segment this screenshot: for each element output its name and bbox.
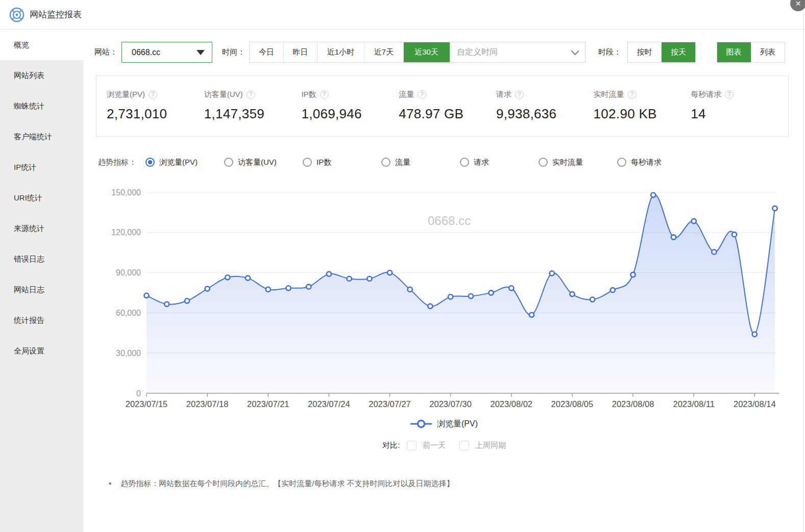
view-toggle-group: 图表列表	[717, 42, 785, 63]
app-window: 网站监控报表 ✕ 概览网站列表蜘蛛统计客户端统计IP统计URI统计来源统计错误日…	[0, 0, 805, 532]
radio-icon[interactable]	[539, 158, 548, 167]
trend-option-label: 流量	[395, 158, 410, 167]
sidebar-item-错误日志[interactable]: 错误日志	[0, 244, 83, 274]
time-button-近1小时[interactable]: 近1小时	[318, 42, 364, 62]
caret-down-icon	[197, 50, 205, 55]
svg-text:30,000: 30,000	[116, 349, 141, 358]
trend-radio-请求[interactable]: 请求	[460, 158, 539, 167]
radio-icon[interactable]	[617, 158, 626, 167]
stat-label: 流量?	[399, 89, 496, 99]
period-group: 按时按天	[627, 42, 696, 63]
time-range-group: 今日昨日近1小时近7天近30天自定义时间	[249, 42, 586, 63]
site-select[interactable]: 0668.cc	[121, 42, 212, 63]
compare-option-前一天[interactable]: 前一天	[407, 441, 446, 450]
trend-option-label: 每秒请求	[631, 158, 662, 167]
radio-icon[interactable]	[303, 158, 312, 167]
svg-text:90,000: 90,000	[116, 268, 141, 277]
svg-text:2023/07/18: 2023/07/18	[186, 399, 229, 409]
site-select-value: 0668.cc	[132, 48, 160, 57]
stats-summary-panel: 浏览量(PV)?2,731,010访客量(UV)?1,147,359IP数?1,…	[96, 75, 789, 137]
help-icon[interactable]: ?	[628, 90, 637, 99]
help-icon[interactable]: ?	[247, 90, 255, 99]
chart-legend[interactable]: 浏览量(PV)	[83, 417, 805, 431]
stat-label: 访客量(UV)?	[204, 89, 302, 99]
trend-radio-实时流量[interactable]: 实时流量	[539, 158, 617, 167]
svg-text:2023/07/21: 2023/07/21	[247, 399, 289, 409]
radio-icon[interactable]	[145, 158, 155, 167]
sidebar-item-概览[interactable]: 概览	[0, 30, 83, 60]
trend-option-label: IP数	[316, 158, 331, 167]
sidebar-item-蜘蛛统计[interactable]: 蜘蛛统计	[0, 91, 83, 121]
sidebar-item-全局设置[interactable]: 全局设置	[0, 336, 83, 366]
help-icon[interactable]: ?	[725, 90, 734, 99]
svg-text:2023/07/24: 2023/07/24	[308, 399, 350, 409]
monitor-logo-icon	[9, 7, 25, 23]
sidebar-item-客户端统计[interactable]: 客户端统计	[0, 121, 83, 152]
stat-card-实时流量: 实时流量?102.90 KB	[594, 89, 691, 136]
help-icon[interactable]: ?	[515, 90, 524, 99]
stat-label: 每秒请求?	[691, 89, 788, 99]
stat-card-访客量(UV): 访客量(UV)?1,147,359	[204, 89, 302, 136]
top-header: 网站监控报表 ✕	[0, 0, 805, 30]
chevron-down-icon	[571, 47, 579, 56]
trend-radio-浏览量(PV)[interactable]: 浏览量(PV)	[145, 158, 224, 167]
stat-card-每秒请求: 每秒请求?14	[691, 89, 788, 136]
time-button-昨日[interactable]: 昨日	[284, 42, 318, 62]
time-button-近30天[interactable]: 近30天	[404, 42, 450, 62]
time-label: 时间：	[222, 47, 245, 57]
help-icon[interactable]: ?	[149, 90, 157, 99]
line-chart-canvas[interactable]: 030,00060,00090,000120,000150,0000668.cc…	[92, 186, 789, 409]
trend-options: 浏览量(PV)访客量(UV)IP数流量请求实时流量每秒请求	[145, 158, 696, 167]
svg-text:2023/08/11: 2023/08/11	[673, 399, 714, 409]
sidebar-item-统计报告[interactable]: 统计报告	[0, 305, 83, 336]
checkbox-icon[interactable]	[459, 441, 469, 450]
compare-option-label: 上周同期	[475, 441, 506, 450]
svg-text:60,000: 60,000	[116, 309, 141, 317]
compare-option-label: 前一天	[423, 441, 446, 450]
footnote-text: 趋势指标：网站数据在每个时间段内的总汇。【实时流量/每秒请求 不支持时间比对以及…	[120, 477, 454, 490]
period-button-按时[interactable]: 按时	[628, 42, 662, 62]
stat-label-text: 实时流量	[594, 90, 624, 99]
sidebar-item-IP统计[interactable]: IP统计	[0, 152, 83, 183]
trend-metric-row: 趋势指标： 浏览量(PV)访客量(UV)IP数流量请求实时流量每秒请求	[98, 155, 805, 169]
radio-icon[interactable]	[460, 158, 469, 167]
filter-toolbar: 网站： 0668.cc 时间： 今日昨日近1小时近7天近30天自定义时间 时段：…	[94, 42, 805, 63]
time-button-近7天[interactable]: 近7天	[364, 42, 404, 62]
sidebar-item-网站日志[interactable]: 网站日志	[0, 274, 83, 305]
stat-label: 浏览量(PV)?	[107, 89, 204, 99]
view-button-图表[interactable]: 图表	[717, 42, 751, 62]
view-button-列表[interactable]: 列表	[751, 42, 785, 62]
stat-value: 478.97 GB	[399, 106, 496, 122]
footnote: • 趋势指标：网站数据在每个时间段内的总汇。【实时流量/每秒请求 不支持时间比对…	[109, 477, 805, 490]
trend-radio-每秒请求[interactable]: 每秒请求	[617, 158, 696, 167]
sidebar-item-URI统计[interactable]: URI统计	[0, 183, 83, 213]
radio-icon[interactable]	[381, 158, 391, 167]
trend-option-label: 浏览量(PV)	[159, 158, 198, 167]
radio-icon[interactable]	[224, 158, 233, 167]
stat-label: 请求?	[496, 89, 594, 99]
svg-text:2023/07/30: 2023/07/30	[429, 399, 472, 409]
stat-value: 14	[691, 106, 788, 122]
close-icon[interactable]: ✕	[790, 0, 805, 11]
sidebar-item-来源统计[interactable]: 来源统计	[0, 213, 83, 244]
trend-radio-流量[interactable]: 流量	[381, 158, 460, 167]
stat-value: 9,938,636	[496, 106, 594, 122]
trend-radio-访客量(UV)[interactable]: 访客量(UV)	[224, 158, 303, 167]
trend-option-label: 实时流量	[552, 158, 583, 167]
custom-time-picker[interactable]: 自定义时间	[450, 42, 585, 62]
checkbox-icon[interactable]	[407, 441, 417, 450]
time-button-今日[interactable]: 今日	[250, 42, 284, 62]
help-icon[interactable]: ?	[418, 90, 426, 99]
help-icon[interactable]: ?	[320, 90, 329, 99]
legend-marker-icon	[410, 419, 432, 428]
period-button-按天[interactable]: 按天	[662, 42, 695, 62]
main-content: 网站： 0668.cc 时间： 今日昨日近1小时近7天近30天自定义时间 时段：…	[83, 30, 805, 532]
stat-card-流量: 流量?478.97 GB	[399, 89, 496, 136]
sidebar-item-网站列表[interactable]: 网站列表	[0, 60, 83, 91]
compare-option-上周同期[interactable]: 上周同期	[459, 441, 506, 450]
trend-radio-IP数[interactable]: IP数	[303, 158, 381, 167]
svg-text:150,000: 150,000	[111, 188, 141, 197]
period-label: 时段：	[598, 47, 621, 57]
stat-label-text: 访客量(UV)	[204, 90, 243, 99]
trend-chart: 030,00060,00090,000120,000150,0000668.cc…	[92, 186, 805, 411]
